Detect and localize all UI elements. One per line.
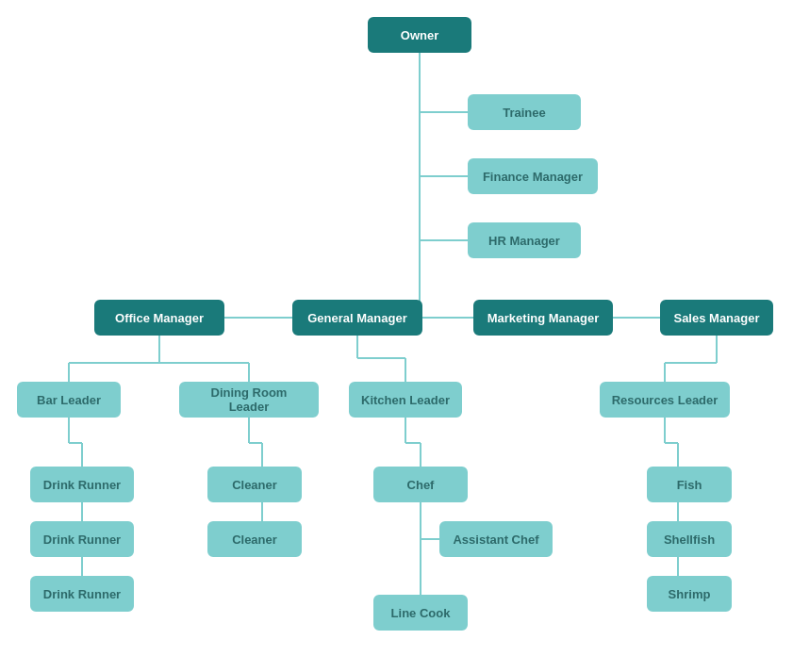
sales-manager-node: Sales Manager bbox=[660, 300, 773, 336]
general-manager-node: General Manager bbox=[292, 300, 422, 336]
resources-leader-node: Resources Leader bbox=[600, 382, 730, 418]
dining-room-leader-node: Dining Room Leader bbox=[179, 382, 319, 418]
org-chart: OwnerTraineeFinance ManagerHR ManagerOff… bbox=[0, 0, 793, 672]
drink-runner2-node: Drink Runner bbox=[30, 521, 134, 557]
line-cook-node: Line Cook bbox=[373, 595, 468, 631]
finance-manager-node: Finance Manager bbox=[468, 158, 598, 194]
office-manager-node: Office Manager bbox=[94, 300, 224, 336]
bar-leader-node: Bar Leader bbox=[17, 382, 121, 418]
hr-manager-node: HR Manager bbox=[468, 222, 581, 258]
connector-lines bbox=[0, 0, 793, 672]
chef-node: Chef bbox=[373, 467, 468, 502]
shellfish-node: Shellfish bbox=[647, 521, 732, 557]
owner-node: Owner bbox=[368, 17, 471, 53]
drink-runner3-node: Drink Runner bbox=[30, 576, 134, 612]
marketing-manager-node: Marketing Manager bbox=[473, 300, 613, 336]
trainee-node: Trainee bbox=[468, 94, 581, 130]
fish-node: Fish bbox=[647, 467, 732, 502]
assistant-chef-node: Assistant Chef bbox=[439, 521, 553, 557]
drink-runner1-node: Drink Runner bbox=[30, 467, 134, 502]
kitchen-leader-node: Kitchen Leader bbox=[349, 382, 462, 418]
shrimp-node: Shrimp bbox=[647, 576, 732, 612]
cleaner1-node: Cleaner bbox=[207, 467, 302, 502]
cleaner2-node: Cleaner bbox=[207, 521, 302, 557]
